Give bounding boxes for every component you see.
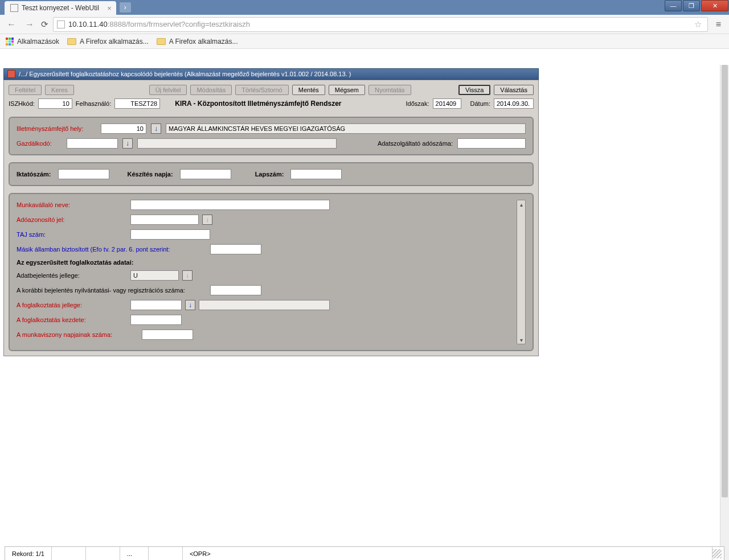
site-icon: [57, 20, 65, 28]
close-window-button[interactable]: ✕: [701, 0, 728, 11]
url-text: 10.10.11.40:8888/forms/frmservlet?config…: [68, 20, 692, 28]
bookmark-label: A Firefox alkalmazás...: [80, 38, 149, 46]
apps-shortcut[interactable]: Alkalmazások: [6, 38, 59, 46]
chrome-menu-button[interactable]: ≡: [712, 19, 724, 30]
reload-button[interactable]: ⟳: [41, 19, 48, 30]
back-button[interactable]: ←: [5, 19, 18, 30]
bookmark-star-icon[interactable]: ☆: [692, 19, 704, 30]
minimize-button[interactable]: —: [665, 0, 682, 11]
tab-strip: Teszt kornyezet - WebUtil × › — ❐ ✕: [0, 0, 729, 15]
browser-tab[interactable]: Teszt kornyezet - WebUtil ×: [5, 1, 116, 15]
close-tab-icon[interactable]: ×: [107, 4, 112, 13]
maximize-button[interactable]: ❐: [683, 0, 700, 11]
apps-icon: [6, 38, 14, 46]
bookmark-folder-2[interactable]: A Firefox alkalmazás...: [157, 38, 238, 46]
apps-label: Alkalmazások: [17, 38, 59, 46]
address-bar[interactable]: 10.10.11.40:8888/forms/frmservlet?config…: [53, 17, 708, 32]
nav-bar: ← → ⟳ 10.10.11.40:8888/forms/frmservlet?…: [0, 15, 729, 34]
tab-title: Teszt kornyezet - WebUtil: [22, 4, 99, 12]
forward-button[interactable]: →: [23, 19, 36, 30]
bookmark-label: A Firefox alkalmazás...: [169, 38, 238, 46]
page-icon: [10, 4, 18, 12]
folder-icon: [157, 38, 166, 45]
window-controls: — ❐ ✕: [664, 0, 729, 13]
bookmark-folder-1[interactable]: A Firefox alkalmazás...: [67, 38, 149, 46]
new-tab-button[interactable]: ›: [120, 2, 131, 13]
bookmarks-bar: Alkalmazások A Firefox alkalmazás... A F…: [0, 34, 729, 49]
folder-icon: [67, 38, 76, 45]
